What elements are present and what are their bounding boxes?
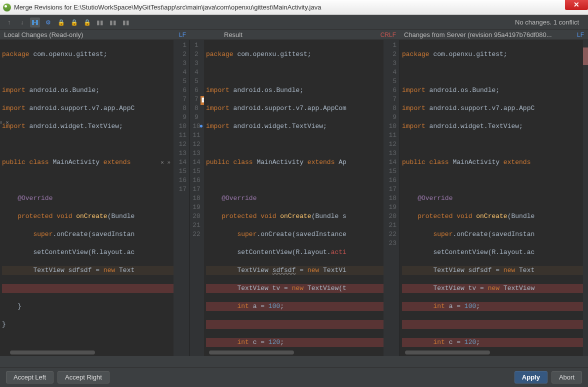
next-diff-icon[interactable]: ↓ [17, 18, 27, 28]
toolbar: ↑ ↓ ⚙ 🔒 🔒 🔒 ▮▮ ▮▮ ▮▮ No changes. 1 confl… [0, 15, 588, 30]
window-titlebar: Merge Revisions for E:\StutioWorkSpace\M… [0, 0, 588, 15]
middle-pane: 1234567📄8910●↑111213141516171819202122 p… [190, 40, 400, 356]
window-title: Merge Revisions for E:\StutioWorkSpace\M… [14, 4, 321, 11]
accept-right-button[interactable]: Accept Right [58, 371, 110, 384]
right-pane-title: Changes from Server (revision 95a4197b76… [404, 31, 552, 38]
accept-right-icon[interactable]: « ✕ [0, 118, 9, 127]
diff-icon-3[interactable]: ▮▮ [121, 18, 131, 28]
app-icon [3, 4, 11, 12]
left-pane: package com.openxu.gittest; import andro… [0, 40, 190, 356]
left-gutter-a: 1234567891011121314151617 [174, 40, 190, 356]
abort-button[interactable]: Abort [552, 371, 582, 384]
mid-scrollbar[interactable] [209, 350, 294, 354]
svg-rect-0 [32, 20, 34, 25]
pane-headers: Local Changes (Read-only) LF Result CRLF… [0, 30, 588, 40]
settings-icon[interactable]: ⚙ [43, 18, 53, 28]
right-code[interactable]: package com.openxu.gittest; import andro… [400, 40, 588, 356]
mid-code[interactable]: package com.openxu.gittest; import andro… [204, 40, 384, 356]
status-text: No changes. 1 conflict [515, 18, 584, 26]
left-eol-badge[interactable]: LF [179, 32, 186, 38]
left-code[interactable]: package com.openxu.gittest; import andro… [0, 40, 174, 356]
left-pane-title: Local Changes (Read-only) [4, 31, 83, 38]
diff-icon-2[interactable]: ▮▮ [108, 18, 118, 28]
lock-icon-3[interactable]: 🔒 [82, 18, 92, 28]
right-scrollbar[interactable] [405, 350, 490, 354]
diff-icon-1[interactable]: ▮▮ [95, 18, 105, 28]
mid-pane-title: Result [224, 31, 242, 38]
apply-button[interactable]: Apply [514, 371, 548, 384]
right-pane: package com.openxu.gittest; import andro… [400, 40, 588, 356]
prev-diff-icon[interactable]: ↑ [4, 18, 14, 28]
mid-eol-badge[interactable]: CRLF [380, 32, 396, 38]
lock-icon-2[interactable]: 🔒 [69, 18, 79, 28]
close-button[interactable]: ✕ [565, 0, 588, 10]
merge-panes: package com.openxu.gittest; import andro… [0, 40, 588, 356]
dialog-footer: Accept Left Accept Right Apply Abort [0, 367, 588, 387]
mid-gutter-right: « ✕ 123456789101112131415161718192021222… [384, 40, 400, 356]
right-eol-badge[interactable]: LF [577, 32, 584, 38]
sync-scroll-icon[interactable] [30, 18, 40, 28]
accept-left-button[interactable]: Accept Left [6, 371, 54, 384]
reject-left-icon[interactable]: ✕ » [160, 158, 170, 167]
left-scrollbar[interactable] [10, 350, 95, 354]
mid-gutter-left: 1234567📄8910●↑111213141516171819202122 [190, 40, 204, 356]
lock-icon-1[interactable]: 🔒 [56, 18, 66, 28]
right-diff-overview[interactable] [583, 40, 588, 356]
svg-rect-1 [36, 20, 38, 25]
